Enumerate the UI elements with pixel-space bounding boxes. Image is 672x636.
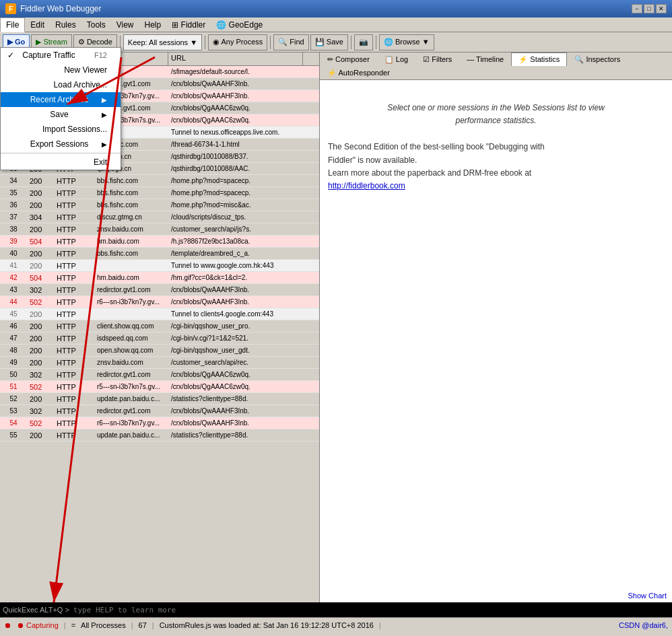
session-url: /cgi-bin/qqshow_user_pro. (168, 322, 303, 330)
menu-exit[interactable]: Exit (1, 155, 121, 170)
session-num: 46 (0, 322, 27, 330)
session-num: 42 (0, 273, 27, 282)
custom-rules-text: CustomRules.js was loaded at: Sat Jan 16… (160, 621, 374, 629)
session-num: 50 (0, 370, 27, 379)
table-row[interactable]: 40 200 HTTP bbs.fishc.com /template/drea… (0, 248, 319, 260)
menu-new-viewer[interactable]: New Viewer (1, 63, 121, 77)
table-row[interactable]: 45 200 HTTP Tunnel to clients4.google.co… (0, 308, 319, 320)
maximize-button[interactable]: □ (644, 4, 654, 13)
table-row[interactable]: 38 200 HTTP znsv.baidu.com /customer_sea… (0, 223, 319, 236)
session-host: bbs.fishc.com (94, 249, 168, 258)
table-row[interactable]: 47 200 HTTP isdspeed.qq.com /cgi-bin/v.c… (0, 332, 319, 345)
table-row[interactable]: 35 200 HTTP bbs.fishc.com /home.php?mod=… (0, 187, 319, 199)
session-url: /cgi-bin/qqshow_user_gdt. (168, 346, 303, 355)
menu-recent-archives[interactable]: Recent Archives ▶ (1, 92, 121, 107)
menu-import-sessions[interactable]: Import Sessions... (1, 122, 121, 137)
session-url: /crx/blobs/QwAAAHF3Inb. (168, 419, 303, 427)
right-panel: ✏ Composer 📋 Log ☑ Filters — Timeline ⚡ … (320, 52, 672, 602)
menu-separator (1, 153, 121, 153)
table-row[interactable]: 37 304 HTTP discuz.gtmg.cn /cloud/script… (0, 211, 319, 223)
table-row[interactable]: 49 200 HTTP znsv.baidu.com /customer_sea… (0, 357, 319, 369)
table-row[interactable]: 55 200 HTTP update.pan.baidu.c... /stati… (0, 429, 319, 441)
minimize-button[interactable]: − (632, 4, 642, 13)
menu-fiddler[interactable]: ⊞ Fiddler (166, 17, 211, 32)
table-row[interactable]: 50 302 HTTP redirctor.gvt1.com /crx/blob… (0, 369, 319, 381)
ra-arrow: ▶ (102, 96, 107, 104)
session-proto: HTTP (54, 213, 94, 222)
keep-sessions-button[interactable]: Keep: All sessions ▼ (123, 34, 202, 50)
table-row[interactable]: 48 200 HTTP open.show.qq.com /cgi-bin/qq… (0, 345, 319, 357)
session-num: 40 (0, 249, 27, 258)
quickexec-bar: QuickExec ALT+Q > (0, 602, 672, 617)
session-res: 302 (27, 370, 54, 380)
session-res: 200 (27, 334, 54, 343)
session-url: /sfimages/default-source/l. (168, 67, 303, 76)
table-row[interactable]: 54 502 HTTP r6---sn-i3b7kn7y.gv... /crx/… (0, 417, 319, 429)
session-url: /h.js?8867f2e9bc13a08ca. (168, 237, 303, 246)
menu-load-archive[interactable]: Load Archive... (1, 77, 121, 92)
capturing-status: ⏺ (4, 621, 11, 629)
session-num: 39 (0, 237, 27, 246)
session-url: /crx/blobs/QwAAAHF3Inb. (168, 297, 303, 306)
screenshot-button[interactable]: 📷 (354, 34, 373, 50)
table-row[interactable]: 46 200 HTTP client.show.qq.com /cgi-bin/… (0, 320, 319, 332)
window-title: Fiddler Web Debugger (20, 4, 632, 13)
find-button[interactable]: 🔍 Find (273, 34, 308, 50)
table-row[interactable]: 53 302 HTTP redirctor.gvt1.com /crx/blob… (0, 405, 319, 417)
stats-message: Select one or more sessions in the Web S… (328, 102, 664, 127)
table-row[interactable]: 43 302 HTTP redirctor.gvt1.com /crx/blob… (0, 284, 319, 296)
session-url: /crx/blobs/QgAAAC6zw0q. (168, 116, 303, 125)
any-process-button[interactable]: ◉ Any Process (208, 34, 267, 50)
session-proto: HTTP (54, 334, 94, 343)
table-row[interactable]: 51 502 HTTP r5---sn-i3b7kn7s.gv... /crx/… (0, 381, 319, 393)
session-proto: HTTP (54, 273, 94, 283)
menu-rules[interactable]: Rules (50, 17, 81, 32)
tab-log[interactable]: 📋 Log (377, 52, 415, 66)
session-proto: HTTP (54, 285, 94, 295)
session-url: Tunnel to nexus.officeapps.live.com. (168, 128, 303, 137)
session-proto: HTTP (54, 431, 94, 440)
tab-inspectors[interactable]: 🔍 Inspectors (567, 52, 628, 66)
tab-timeline[interactable]: — Timeline (459, 52, 511, 66)
tab-filters[interactable]: ☑ Filters (415, 52, 459, 66)
session-num: 38 (0, 225, 27, 234)
quickexec-input[interactable] (73, 606, 669, 614)
table-row[interactable]: 44 502 HTTP r6---sn-i3b7kn7y.gv... /crx/… (0, 296, 319, 308)
save-button[interactable]: 💾 Save (310, 34, 348, 50)
toolbar-sep-3 (270, 36, 271, 49)
menu-capture-traffic[interactable]: ✓ Capture Traffic F12 (1, 48, 121, 63)
close-button[interactable]: ✕ (656, 4, 667, 13)
tab-autoresponder[interactable]: ⚡ AutoResponder (320, 66, 397, 79)
menu-export-sessions[interactable]: Export Sessions ▶ (1, 137, 121, 151)
session-num: 41 (0, 261, 27, 270)
session-url: /qsthirdbg/10010088/AAC. (168, 164, 303, 173)
menu-help[interactable]: Help (139, 17, 167, 32)
table-row[interactable]: 52 200 HTTP update.pan.baidu.c... /stati… (0, 393, 319, 405)
table-row[interactable]: 34 200 HTTP bbs.fishc.com /home.php?mod=… (0, 175, 319, 187)
import-sessions-label: Import Sessions... (42, 125, 107, 134)
menu-geoedge[interactable]: 🌐 GeoEdge (211, 17, 268, 32)
session-host: update.pan.baidu.c... (94, 431, 168, 439)
session-url: /thread-66734-1-1.html (168, 140, 303, 149)
session-proto: HTTP (54, 297, 94, 307)
tab-statistics[interactable]: ⚡ Statistics (511, 52, 567, 66)
session-num: 52 (0, 394, 27, 403)
menu-tools[interactable]: Tools (81, 17, 111, 32)
browse-button[interactable]: 🌐 Browse ▼ (379, 34, 434, 50)
menu-edit[interactable]: Edit (25, 17, 50, 32)
book-link[interactable]: http://fiddlerbook.com (328, 181, 405, 190)
tab-composer[interactable]: ✏ Composer (320, 52, 377, 66)
menu-save[interactable]: Save ▶ (1, 107, 121, 122)
table-row[interactable]: 36 200 HTTP bbs.fishc.com /home.php?mod=… (0, 199, 319, 211)
session-proto: HTTP (54, 419, 94, 428)
menu-view[interactable]: View (111, 17, 139, 32)
session-host: r6---sn-i3b7kn7y.gv... (94, 297, 168, 306)
menu-file[interactable]: File (0, 17, 25, 32)
table-row[interactable]: 41 200 HTTP Tunnel to www.google.com.hk:… (0, 260, 319, 272)
book-text-line3: Learn more about the paperback and DRM-f… (328, 168, 531, 178)
session-url: /home.php?mod=misc&ac. (168, 201, 303, 209)
session-res: 504 (27, 273, 54, 283)
show-chart-link[interactable]: Show Chart (628, 592, 667, 600)
table-row[interactable]: 39 504 HTTP hm.baidu.com /h.js?8867f2e9b… (0, 236, 319, 248)
table-row[interactable]: 42 504 HTTP hm.baidu.com /hm.gif?cc=0&ck… (0, 272, 319, 284)
